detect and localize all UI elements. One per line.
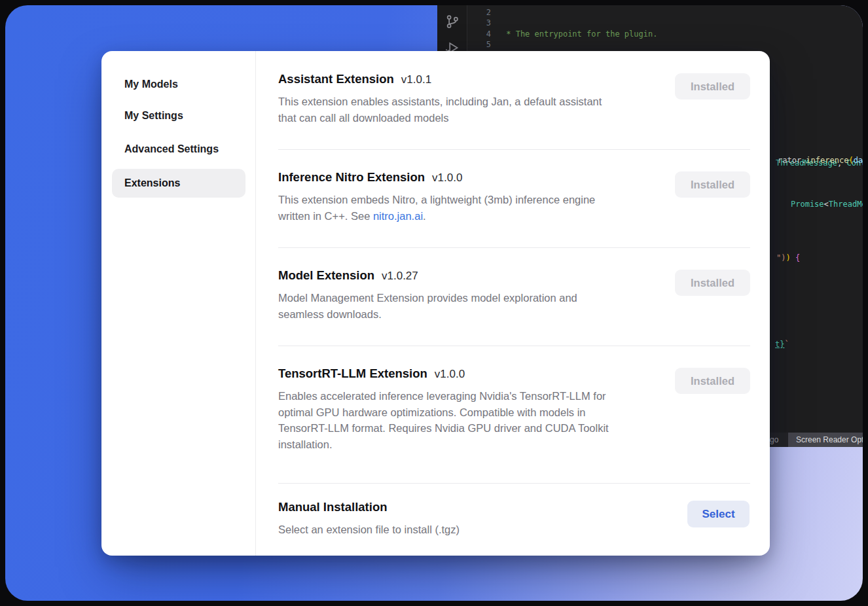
- extension-description: Enables accelerated inference leveraging…: [278, 388, 691, 452]
- line-number: 5: [470, 39, 491, 50]
- divider: [278, 149, 750, 150]
- description-text: This extension embeds Nitro, a lightweig…: [278, 194, 595, 222]
- token-backtick: `: [784, 340, 789, 349]
- extension-version: v1.0.0: [435, 368, 465, 381]
- extension-name: TensortRT-LLM Extension: [278, 366, 427, 381]
- extension-title: Model Extension v1.0.27: [278, 268, 691, 283]
- sidebar-item-extensions[interactable]: Extensions: [112, 169, 245, 198]
- code-fragment-inference: rator.inference(data));: [778, 155, 863, 166]
- token-punct: rator.: [778, 156, 806, 165]
- select-extension-file-button[interactable]: Select: [687, 501, 750, 527]
- nitro-jan-ai-link[interactable]: nitro.jan.ai: [373, 210, 423, 222]
- code-fragment-template: t}`: [775, 339, 789, 349]
- extension-description: Model Management Extension provides mode…: [278, 290, 691, 322]
- installed-button[interactable]: Installed: [675, 368, 750, 394]
- token-type: Promise: [791, 200, 824, 209]
- line-number: 2: [470, 7, 491, 18]
- line-number: 4: [470, 29, 491, 39]
- extension-row-tensorrt-llm: TensortRT-LLM Extension v1.0.0 Enables a…: [278, 366, 691, 452]
- token-variable: data: [854, 156, 863, 165]
- token-punct: <: [824, 200, 829, 209]
- token-brace: ): [786, 253, 795, 262]
- extension-description: This extension embeds Nitro, a lightweig…: [278, 192, 691, 224]
- extension-row-inference-nitro: Inference Nitro Extension v1.0.0 This ex…: [278, 170, 691, 224]
- extension-title: TensortRT-LLM Extension v1.0.0: [278, 366, 691, 381]
- manual-installation-title-row: Manual Installation: [278, 500, 691, 514]
- divider: [278, 247, 750, 248]
- extension-name: Inference Nitro Extension: [278, 170, 425, 185]
- code-fragment-closing: ")) {: [776, 253, 800, 263]
- installed-button[interactable]: Installed: [675, 73, 750, 99]
- settings-sidebar: My Models My Settings Advanced Settings …: [101, 51, 256, 556]
- extension-name: Model Extension: [278, 268, 374, 283]
- manual-installation-row: Manual Installation Select an extension …: [278, 500, 691, 538]
- hero-gradient-panel: 2 3 4 5 6 * The entrypoint for the plugi…: [5, 5, 863, 601]
- token-brace: (: [848, 156, 853, 165]
- manual-installation-description: Select an extension file to install (.tg…: [278, 522, 691, 538]
- token-brace: {: [795, 253, 800, 262]
- screen-reader-optimize-status[interactable]: Screen Reader Optimize: [788, 433, 863, 447]
- extension-row-model: Model Extension v1.0.27 Model Management…: [278, 268, 691, 322]
- extension-version: v1.0.0: [432, 171, 462, 185]
- extension-version: v1.0.27: [382, 270, 418, 283]
- extension-title: Inference Nitro Extension v1.0.0: [278, 170, 691, 185]
- sidebar-item-label: Extensions: [124, 169, 180, 198]
- token-function: inference: [806, 156, 848, 165]
- extension-name: Assistant Extension: [278, 72, 394, 86]
- code-line-comment: * The entrypoint for the plugin.: [501, 29, 863, 39]
- sidebar-item-my-models[interactable]: My Models: [124, 79, 178, 90]
- line-number: 3: [470, 18, 491, 28]
- sidebar-item-advanced-settings[interactable]: Advanced Settings: [124, 143, 219, 155]
- settings-card: My Models My Settings Advanced Settings …: [101, 51, 770, 556]
- source-control-icon[interactable]: [444, 13, 461, 30]
- sidebar-item-my-settings[interactable]: My Settings: [124, 110, 183, 122]
- manual-installation-title: Manual Installation: [278, 500, 388, 514]
- code-fragment-promise: Promise<ThreadMessage>: [791, 199, 863, 209]
- token-string: "): [776, 253, 786, 262]
- extension-version: v1.0.1: [401, 73, 431, 86]
- extension-description: This extension enables assistants, inclu…: [278, 94, 691, 126]
- token-template-end: t}: [775, 340, 784, 349]
- divider: [278, 346, 750, 346]
- installed-button[interactable]: Installed: [675, 270, 750, 296]
- token-type: ThreadMessage: [829, 200, 863, 209]
- status-text: go: [770, 433, 778, 447]
- divider: [278, 483, 750, 484]
- description-text: .: [423, 210, 426, 222]
- installed-button[interactable]: Installed: [675, 171, 750, 198]
- extension-title: Assistant Extension v1.0.1: [278, 72, 691, 86]
- extension-row-assistant: Assistant Extension v1.0.1 This extensio…: [278, 72, 691, 126]
